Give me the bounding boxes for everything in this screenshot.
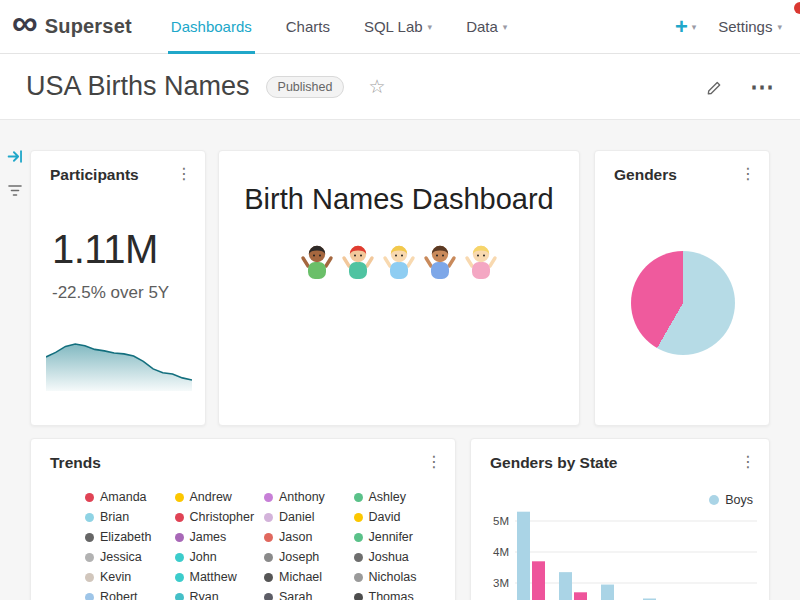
nav-tab-data[interactable]: Data▾ <box>449 0 524 53</box>
filter-icon[interactable] <box>7 183 23 202</box>
legend-dot <box>264 593 273 600</box>
card-genders-by-state: Genders by State ⋮ Boys 5M4M3M <box>470 438 770 600</box>
markdown-heading: Birth Names Dashboard <box>219 183 579 216</box>
legend-dot <box>175 573 184 582</box>
legend-item-andrew[interactable]: Andrew <box>175 491 265 504</box>
legend-dot <box>354 593 363 600</box>
bar[interactable] <box>559 572 572 600</box>
bar[interactable] <box>517 512 530 600</box>
nav-label: Data <box>466 18 498 35</box>
legend-item-nicholas[interactable]: Nicholas <box>354 571 444 584</box>
header-actions: ⋯ <box>706 78 774 96</box>
child-figure <box>340 242 376 282</box>
dashboard-header: USA Births Names Published ☆ ⋯ <box>0 54 800 120</box>
legend-item-kevin[interactable]: Kevin <box>85 571 175 584</box>
settings-label: Settings <box>718 18 772 35</box>
legend-dot <box>85 573 94 582</box>
legend-dot <box>709 495 719 505</box>
more-options-icon[interactable]: ⋯ <box>750 81 774 93</box>
legend-item-robert[interactable]: Robert <box>85 591 175 600</box>
legend-item-anthony[interactable]: Anthony <box>264 491 354 504</box>
main-nav: Dashboards Charts SQL Lab▾ Data▾ <box>154 0 524 53</box>
filter-rail <box>0 148 30 202</box>
legend-dot <box>85 553 94 562</box>
card-menu-kebab-icon[interactable]: ⋮ <box>426 454 442 470</box>
bar[interactable] <box>532 561 545 600</box>
legend-item-christopher[interactable]: Christopher <box>175 511 265 524</box>
legend-item-ashley[interactable]: Ashley <box>354 491 444 504</box>
legend-item-joshua[interactable]: Joshua <box>354 551 444 564</box>
svg-text:3M: 3M <box>493 577 509 589</box>
card-genders: Genders ⋮ <box>594 150 770 426</box>
legend-item-elizabeth[interactable]: Elizabeth <box>85 531 175 544</box>
trends-legend: AmandaAndrewAnthonyAshleyBrianChristophe… <box>85 491 443 600</box>
svg-text:4M: 4M <box>493 546 509 558</box>
legend-label: Boys <box>725 493 753 507</box>
legend-item-david[interactable]: David <box>354 511 444 524</box>
legend-dot <box>354 493 363 502</box>
red-indicator <box>794 2 800 14</box>
child-figure <box>299 242 335 282</box>
legend-item-ryan[interactable]: Ryan <box>175 591 265 600</box>
legend-item-amanda[interactable]: Amanda <box>85 491 175 504</box>
new-item-button[interactable]: + ▾ <box>675 16 696 38</box>
pencil-icon <box>706 78 724 96</box>
card-menu-kebab-icon[interactable]: ⋮ <box>740 166 756 182</box>
big-number-value: 1.11M <box>52 227 158 272</box>
legend-item-jason[interactable]: Jason <box>264 531 354 544</box>
navbar: ∞ Superset Dashboards Charts SQL Lab▾ Da… <box>0 0 800 54</box>
legend-dot <box>264 533 273 542</box>
legend-item-john[interactable]: John <box>175 551 265 564</box>
legend-dot <box>264 493 273 502</box>
legend-dot <box>264 553 273 562</box>
genders-by-state-bar-chart[interactable]: 5M4M3M <box>479 507 763 600</box>
legend-dot <box>354 513 363 522</box>
legend-dot <box>85 513 94 522</box>
favorite-star-icon[interactable]: ☆ <box>368 75 385 98</box>
child-figure <box>422 242 458 282</box>
legend-item-daniel[interactable]: Daniel <box>264 511 354 524</box>
legend-item-brian[interactable]: Brian <box>85 511 175 524</box>
legend-dot <box>264 573 273 582</box>
legend-item-joseph[interactable]: Joseph <box>264 551 354 564</box>
card-menu-kebab-icon[interactable]: ⋮ <box>176 166 192 182</box>
expand-filters-icon[interactable] <box>7 148 24 169</box>
edit-dashboard-button[interactable] <box>706 78 724 96</box>
big-number-subheader: -22.5% over 5Y <box>52 283 169 303</box>
legend-dot <box>354 553 363 562</box>
legend-item-james[interactable]: James <box>175 531 265 544</box>
legend-item-jessica[interactable]: Jessica <box>85 551 175 564</box>
nav-tab-sql-lab[interactable]: SQL Lab▾ <box>347 0 449 53</box>
chevron-down-icon: ▾ <box>692 22 697 32</box>
child-figure <box>381 242 417 282</box>
card-header: Genders by State ⋮ <box>471 439 769 472</box>
legend-dot <box>354 573 363 582</box>
genders-pie-chart[interactable] <box>631 251 735 355</box>
card-title: Genders <box>614 166 677 184</box>
legend-item-matthew[interactable]: Matthew <box>175 571 265 584</box>
card-title: Participants <box>50 166 139 184</box>
card-menu-kebab-icon[interactable]: ⋮ <box>740 454 756 470</box>
brand[interactable]: ∞ Superset <box>0 15 146 38</box>
children-illustration <box>219 242 579 282</box>
legend-item-sarah[interactable]: Sarah <box>264 591 354 600</box>
legend-dot <box>354 533 363 542</box>
nav-label: SQL Lab <box>364 18 423 35</box>
card-markdown: Birth Names Dashboard <box>218 150 580 426</box>
nav-tab-dashboards[interactable]: Dashboards <box>154 0 269 53</box>
legend-item-thomas[interactable]: Thomas <box>354 591 444 600</box>
nav-tab-charts[interactable]: Charts <box>269 0 347 53</box>
participants-trend-sparkline <box>46 339 192 391</box>
legend-item-jennifer[interactable]: Jennifer <box>354 531 444 544</box>
nav-label: Dashboards <box>171 18 252 35</box>
chevron-down-icon: ▾ <box>503 22 508 32</box>
bar[interactable] <box>601 585 614 600</box>
legend-item-michael[interactable]: Michael <box>264 571 354 584</box>
legend-dot <box>85 493 94 502</box>
published-badge[interactable]: Published <box>266 76 345 98</box>
bar[interactable] <box>574 592 587 600</box>
settings-menu[interactable]: Settings ▾ <box>718 18 782 35</box>
legend-item-boys[interactable]: Boys <box>709 493 753 507</box>
chevron-down-icon: ▾ <box>777 22 782 32</box>
superset-logo-icon: ∞ <box>12 9 38 38</box>
